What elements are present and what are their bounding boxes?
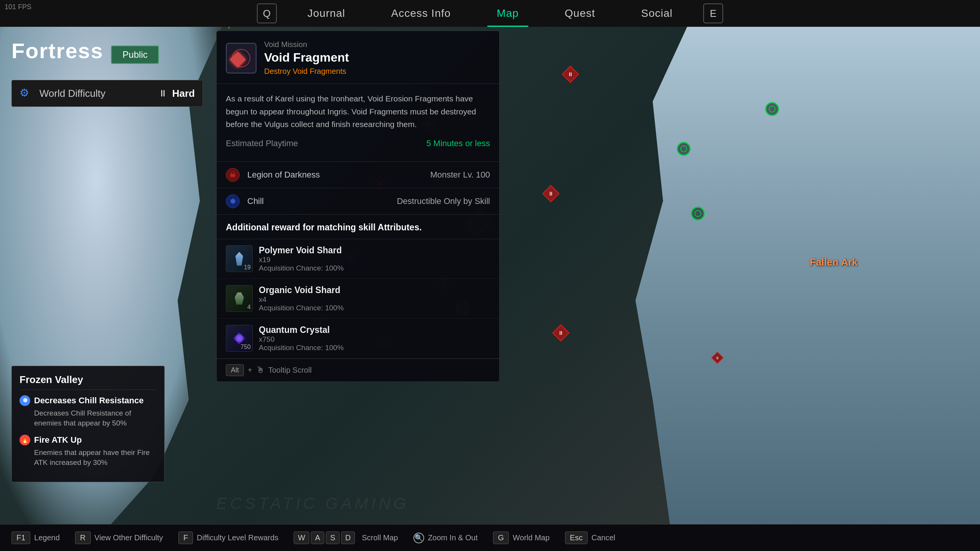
reward-row: 4 Organic Void Shard x4 Acquisition Chan…: [217, 279, 499, 319]
difficulty-bar[interactable]: ⚙ World Difficulty ⏸ Hard: [11, 80, 203, 107]
map-marker[interactable]: [543, 186, 559, 201]
zoom-item: 🔍 Zoom In & Out: [413, 533, 478, 543]
legend-item[interactable]: F1 Legend: [11, 531, 60, 544]
faction-icon: ☠: [226, 168, 240, 182]
playtime-value: 5 Minutes or less: [426, 139, 490, 148]
nav-quest[interactable]: Quest: [542, 0, 618, 27]
mission-icon: [226, 43, 256, 73]
reward-icon-organic: 4: [226, 285, 253, 312]
fire-icon: 🔥: [20, 435, 30, 445]
legend-label: Legend: [34, 533, 60, 542]
mission-faction-row: ☠ Legion of Darkness Monster Lv. 100: [217, 162, 499, 188]
difficulty-value: Hard: [172, 88, 195, 99]
reward-name: Polymer Void Shard: [259, 245, 490, 256]
reward-info: Organic Void Shard x4 Acquisition Chance…: [259, 285, 490, 312]
f-key: F: [178, 531, 193, 544]
mission-type: Void Mission: [264, 40, 490, 49]
scroll-map-label: Scroll Map: [362, 533, 398, 542]
playtime-label: Estimated Playtime: [226, 139, 298, 148]
mission-body: As a result of Karel using the Ironheart…: [217, 84, 499, 162]
mission-header: Void Mission Void Fragment Destroy Void …: [217, 31, 499, 84]
map-marker[interactable]: [710, 350, 725, 365]
diff-level-rewards-item[interactable]: F Difficulty Level Rewards: [178, 531, 278, 544]
map-marker-circle[interactable]: [690, 206, 706, 221]
tooltip-scroll-bar: Alt + 🖱 Tooltip Scroll: [217, 359, 499, 381]
reward-badge: 750: [240, 344, 251, 350]
difficulty-icon: ⚙: [20, 86, 33, 100]
cancel-item[interactable]: Esc Cancel: [565, 531, 616, 544]
reward-qty: x750: [259, 335, 490, 344]
fortress-title: Fortress: [11, 38, 103, 63]
reward-badge: 4: [247, 304, 251, 311]
prop2-title: 🔥 Fire ATK Up: [20, 435, 157, 445]
nav-map[interactable]: Map: [474, 0, 542, 27]
mission-element-row: ❄ Chill Destructible Only by Skill: [217, 188, 499, 215]
scroll-icon: 🖱: [256, 365, 265, 375]
reward-icon-quantum: 750: [226, 325, 253, 352]
tooltip-plus: +: [248, 366, 252, 375]
sidebar: Fortress Public ⚙ World Difficulty ⏸ Har…: [0, 27, 214, 130]
reward-name: Organic Void Shard: [259, 285, 490, 295]
difficulty-label: World Difficulty: [39, 88, 158, 99]
prop1-desc: Decreases Chill Resistance of enemies th…: [20, 408, 157, 429]
element-icon: ❄: [226, 194, 240, 208]
mission-description: As a result of Karel using the Ironheart…: [226, 92, 490, 131]
d-key: D: [341, 531, 355, 544]
frozen-valley-tooltip-title: Frozen Valley: [20, 374, 157, 390]
s-key: S: [326, 531, 339, 544]
void-fragment-icon: [232, 49, 250, 67]
view-other-diff-item[interactable]: R View Other Difficulty: [75, 531, 163, 544]
e-key[interactable]: E: [703, 3, 723, 23]
q-key[interactable]: Q: [257, 3, 277, 23]
nav-social[interactable]: Social: [618, 0, 696, 27]
faction-level: Monster Lv. 100: [430, 170, 490, 180]
nav-journal[interactable]: Journal: [284, 0, 368, 27]
reward-qty: x19: [259, 256, 490, 264]
reward-info: Quantum Crystal x750 Acquisition Chance:…: [259, 325, 490, 352]
element-attr: Destructible Only by Skill: [397, 196, 490, 206]
scroll-map-item: W A S D Scroll Map: [294, 531, 398, 544]
terrain-right: [635, 27, 980, 524]
f1-key: F1: [11, 531, 30, 544]
reward-name: Quantum Crystal: [259, 325, 490, 335]
frozen-valley-tooltip: Frozen Valley ❄ Decreases Chill Resistan…: [11, 366, 165, 482]
organic-crystal-icon: [232, 291, 247, 306]
w-key: W: [294, 531, 309, 544]
reward-icon-polymer: 19: [226, 245, 253, 272]
a-key: A: [311, 531, 324, 544]
world-map-label: World Map: [513, 533, 549, 542]
reward-row: 750 Quantum Crystal x750 Acquisition Cha…: [217, 319, 499, 359]
reward-chance: Acquisition Chance: 100%: [259, 304, 490, 312]
difficulty-pause-icon: ⏸: [158, 88, 168, 99]
nav-access-info[interactable]: Access Info: [368, 0, 474, 27]
view-other-diff-label: View Other Difficulty: [95, 533, 163, 542]
public-badge[interactable]: Public: [111, 46, 159, 64]
prop1-title: ❄ Decreases Chill Resistance: [20, 395, 157, 406]
zoom-icon: 🔍: [413, 533, 424, 543]
bottom-bar: F1 Legend R View Other Difficulty F Diff…: [0, 524, 980, 551]
reward-qty: x4: [259, 295, 490, 304]
cancel-label: Cancel: [591, 533, 615, 542]
diff-level-rewards-label: Difficulty Level Rewards: [197, 533, 278, 542]
frozen-valley-prop-2: 🔥 Fire ATK Up Enemies that appear have t…: [20, 435, 157, 468]
reward-badge: 19: [244, 264, 251, 271]
faction-name: Legion of Darkness: [247, 170, 423, 180]
map-marker[interactable]: [553, 325, 568, 341]
fallen-ark-label: Fallen Ark: [810, 256, 858, 268]
map-marker[interactable]: [563, 67, 578, 82]
mission-subtitle: Destroy Void Fragments: [264, 67, 490, 76]
world-map-item[interactable]: G World Map: [493, 531, 550, 544]
r-key: R: [75, 531, 90, 544]
top-nav: Q Journal Access Info Map Quest Social E: [0, 0, 980, 27]
alt-key-badge: Alt: [226, 364, 244, 376]
g-key: G: [493, 531, 509, 544]
mission-rewards-header: Additional reward for matching skill Att…: [217, 215, 499, 239]
reward-row: 19 Polymer Void Shard x19 Acquisition Ch…: [217, 239, 499, 279]
element-name: Chill: [247, 196, 389, 206]
map-marker-circle[interactable]: [764, 101, 780, 117]
frozen-valley-prop-1: ❄ Decreases Chill Resistance Decreases C…: [20, 395, 157, 429]
tooltip-scroll-label: Tooltip Scroll: [268, 366, 312, 375]
map-marker-circle[interactable]: [676, 141, 691, 156]
rewards-container: 19 Polymer Void Shard x19 Acquisition Ch…: [217, 239, 499, 359]
mission-playtime-row: Estimated Playtime 5 Minutes or less: [226, 139, 490, 148]
